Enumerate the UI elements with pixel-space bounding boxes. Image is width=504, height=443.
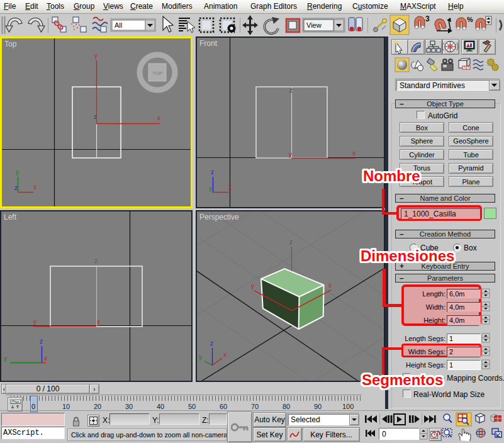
svg-text:x: x: [33, 184, 36, 191]
svg-text:y: y: [251, 283, 254, 289]
svg-text:z: z: [94, 257, 98, 264]
svg-text:x: x: [44, 355, 47, 362]
svg-text:z: z: [14, 184, 18, 191]
svg-text:View: View: [306, 21, 322, 29]
svg-text:x: x: [328, 282, 332, 289]
svg-text:z: z: [289, 238, 293, 245]
svg-text:y: y: [16, 169, 19, 176]
svg-text:y: y: [94, 52, 98, 59]
svg-text:3: 3: [425, 14, 430, 23]
svg-text:z: z: [289, 87, 293, 94]
svg-text:z: z: [40, 338, 43, 345]
svg-text:y: y: [209, 185, 212, 192]
svg-text:z: z: [211, 169, 214, 176]
svg-text:x: x: [157, 115, 160, 121]
svg-text:TOP: TOP: [152, 70, 162, 76]
svg-text:%: %: [467, 16, 473, 23]
svg-text:y: y: [289, 151, 292, 158]
svg-text:x: x: [223, 351, 227, 358]
svg-text:x: x: [97, 318, 100, 325]
svg-text:y: y: [33, 318, 36, 325]
svg-text:y: y: [4, 355, 7, 362]
svg-text:z: z: [210, 340, 213, 347]
svg-text:y: y: [199, 354, 202, 361]
svg-text:x: x: [352, 150, 356, 157]
svg-text:x: x: [228, 184, 232, 191]
svg-text:All: All: [115, 21, 122, 29]
